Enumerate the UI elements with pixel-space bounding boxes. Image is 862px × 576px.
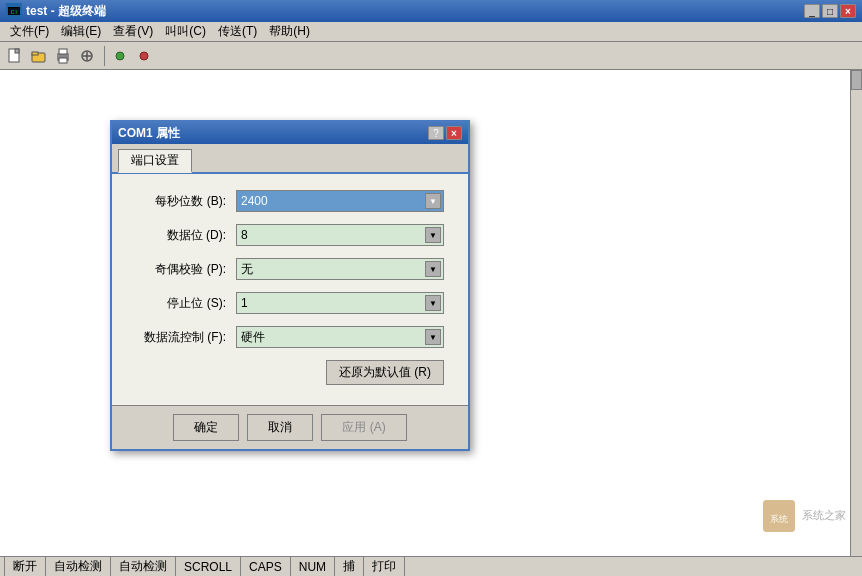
status-capture: 捕 [335,557,364,576]
tab-port-settings[interactable]: 端口设置 [118,149,192,173]
databits-arrow[interactable]: ▼ [425,227,441,243]
stopbits-value: 1 [241,296,439,310]
parity-select[interactable]: 无 ▼ [236,258,444,280]
dialog-title: COM1 属性 [118,125,426,142]
flowcontrol-label: 数据流控制 (F): [136,329,236,346]
parity-value: 无 [241,261,439,278]
status-bar: 断开 自动检测 自动检测 SCROLL CAPS NUM 捕 打印 [0,556,862,576]
menu-call[interactable]: 叫叫(C) [159,21,212,42]
stopbits-label: 停止位 (S): [136,295,236,312]
form-row-baud: 每秒位数 (B): 2400 ▼ [136,190,444,212]
baud-label: 每秒位数 (B): [136,193,236,210]
svg-point-14 [116,52,124,60]
svg-point-15 [140,52,148,60]
toolbar-print[interactable] [52,45,74,67]
form-row-stopbits: 停止位 (S): 1 ▼ [136,292,444,314]
dialog-close-button[interactable]: × [446,126,462,140]
baud-value: 2400 [241,194,439,208]
toolbar-connect[interactable] [109,45,131,67]
dialog-overlay: COM1 属性 ? × 端口设置 每秒位数 (B): 2400 ▼ [0,70,862,556]
status-auto2: 自动检测 [111,557,176,576]
databits-value: 8 [241,228,439,242]
status-num: NUM [291,557,335,576]
status-scroll: SCROLL [176,557,241,576]
toolbar-open[interactable] [28,45,50,67]
flowcontrol-arrow[interactable]: ▼ [425,329,441,345]
parity-arrow[interactable]: ▼ [425,261,441,277]
toolbar [0,42,862,70]
close-button[interactable]: × [840,4,856,18]
toolbar-sep [104,46,105,66]
databits-select[interactable]: 8 ▼ [236,224,444,246]
svg-rect-9 [59,49,67,54]
svg-rect-7 [32,52,38,55]
toolbar-properties[interactable] [76,45,98,67]
parity-label: 奇偶校验 (P): [136,261,236,278]
menu-bar: 文件(F) 编辑(E) 查看(V) 叫叫(C) 传送(T) 帮助(H) [0,22,862,42]
dialog-help-button[interactable]: ? [428,126,444,140]
status-auto1: 自动检测 [46,557,111,576]
ok-button[interactable]: 确定 [173,414,239,441]
baud-select[interactable]: 2400 ▼ [236,190,444,212]
tab-bar: 端口设置 [112,144,468,174]
minimize-button[interactable]: _ [804,4,820,18]
watermark-text: 系统之家 [802,509,846,521]
reset-button[interactable]: 还原为默认值 (R) [326,360,444,385]
stopbits-select[interactable]: 1 ▼ [236,292,444,314]
watermark: 系统 系统之家 [763,500,846,532]
form-row-parity: 奇偶校验 (P): 无 ▼ [136,258,444,280]
menu-transfer[interactable]: 传送(T) [212,21,263,42]
maximize-button[interactable]: □ [822,4,838,18]
status-caps: CAPS [241,557,291,576]
svg-rect-5 [15,49,19,53]
baud-arrow[interactable]: ▼ [425,193,441,209]
menu-help[interactable]: 帮助(H) [263,21,316,42]
dialog-title-bar: COM1 属性 ? × [112,122,468,144]
menu-edit[interactable]: 编辑(E) [55,21,107,42]
main-area: COM1 属性 ? × 端口设置 每秒位数 (B): 2400 ▼ [0,70,862,556]
menu-file[interactable]: 文件(F) [4,21,55,42]
form-row-databits: 数据位 (D): 8 ▼ [136,224,444,246]
svg-text:系统: 系统 [770,514,788,524]
status-print: 打印 [364,557,405,576]
reset-section: 还原为默认值 (R) [136,360,444,385]
flowcontrol-value: 硬件 [241,329,439,346]
title-bar: C:\ test - 超级终端 _ □ × [0,0,862,22]
window-title: test - 超级终端 [26,3,802,20]
svg-rect-10 [59,58,67,63]
properties-dialog: COM1 属性 ? × 端口设置 每秒位数 (B): 2400 ▼ [110,120,470,451]
databits-label: 数据位 (D): [136,227,236,244]
watermark-icon: 系统 [763,500,795,532]
status-connection: 断开 [4,557,46,576]
svg-text:C:\: C:\ [11,9,18,15]
dialog-form: 每秒位数 (B): 2400 ▼ 数据位 (D): 8 ▼ 奇偶 [112,174,468,405]
stopbits-arrow[interactable]: ▼ [425,295,441,311]
apply-button[interactable]: 应用 (A) [321,414,406,441]
dialog-footer: 确定 取消 应用 (A) [112,405,468,449]
toolbar-disconnect[interactable] [133,45,155,67]
form-row-flowcontrol: 数据流控制 (F): 硬件 ▼ [136,326,444,348]
menu-view[interactable]: 查看(V) [107,21,159,42]
app-icon: C:\ [6,3,22,19]
toolbar-new[interactable] [4,45,26,67]
flowcontrol-select[interactable]: 硬件 ▼ [236,326,444,348]
cancel-button[interactable]: 取消 [247,414,313,441]
